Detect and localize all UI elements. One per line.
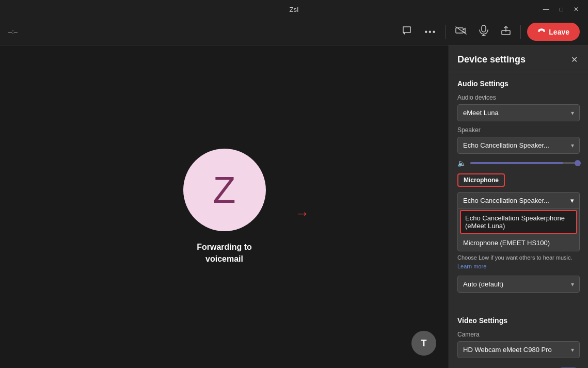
video-off-icon <box>455 26 467 38</box>
slider-thumb <box>575 160 581 166</box>
microphone-dropdown-header[interactable]: Echo Cancellation Speaker... ▾ <box>458 193 579 209</box>
speaker-dropdown[interactable]: Echo Cancellation Speaker... ▾ <box>457 137 580 154</box>
noise-value: Auto (default) <box>463 280 567 288</box>
panel-title: Device settings <box>457 54 526 65</box>
microphone-dropdown-container: Echo Cancellation Speaker... ▾ Echo Canc… <box>457 192 580 251</box>
call-status-line2: voicemail <box>205 254 243 263</box>
volume-icon: 🔈 <box>457 159 466 167</box>
microphone-dropdown-arrow-icon: ▾ <box>570 197 574 204</box>
titlebar-title: ZsI <box>289 6 298 13</box>
microphone-dropdown-list: Echo Cancellation Speakerphone (eMeet Lu… <box>458 209 579 251</box>
camera-value: HD Webcam eMeet C980 Pro <box>463 346 567 354</box>
more-icon: ••• <box>424 27 436 37</box>
titlebar: ZsI — □ ✕ <box>0 0 588 19</box>
microphone-option2[interactable]: Microphone (EMEET HS100) <box>458 235 579 251</box>
microphone-option1[interactable]: Echo Cancellation Speakerphone (eMeet Lu… <box>460 210 577 234</box>
leave-label: Leave <box>549 28 569 36</box>
maximize-button[interactable]: □ <box>557 5 566 14</box>
volume-row: 🔈 <box>457 159 580 167</box>
more-button[interactable]: ••• <box>421 24 439 40</box>
speaker-arrow-icon: ▾ <box>571 142 574 149</box>
leave-phone-icon <box>537 27 546 37</box>
microphone-option1-text: Echo Cancellation Speakerphone (eMeet Lu… <box>465 214 565 230</box>
noise-dropdown[interactable]: Auto (default) ▾ <box>457 276 580 293</box>
noise-arrow-icon: ▾ <box>571 281 574 288</box>
mic-icon <box>479 25 488 39</box>
share-button[interactable] <box>498 22 514 41</box>
avatar-container: Z Forwarding to voicemail <box>183 149 266 265</box>
camera-label: Camera <box>457 331 580 338</box>
close-button[interactable]: ✕ <box>570 5 582 14</box>
call-area: Z Forwarding to voicemail → T <box>0 45 449 368</box>
call-status-line1: Forwarding to <box>197 243 252 251</box>
speaker-label: Speaker <box>457 126 580 134</box>
microphone-tab[interactable]: Microphone <box>457 173 505 187</box>
chat-icon <box>402 25 412 38</box>
speaker-value: Echo Cancellation Speaker... <box>463 141 567 149</box>
microphone-tab-label: Microphone <box>464 177 499 184</box>
avatar-letter: Z <box>213 169 236 211</box>
call-timer: –:– <box>8 28 18 36</box>
video-toggle-button[interactable] <box>452 23 470 41</box>
avatar-circle: Z <box>183 149 266 231</box>
share-icon <box>501 25 511 38</box>
volume-slider[interactable] <box>470 162 580 164</box>
mic-button[interactable] <box>476 22 491 42</box>
audio-section: Audio Settings Audio devices eMeet Luna … <box>449 72 588 305</box>
learn-more-link[interactable]: Learn more <box>457 263 486 269</box>
minimize-button[interactable]: — <box>540 5 552 14</box>
microphone-option2-text: Microphone (EMEET HS100) <box>463 239 550 247</box>
svg-rect-0 <box>482 25 486 32</box>
noise-hint: Choose Low if you want others to hear mu… <box>457 253 580 270</box>
toolbar-right: ••• <box>399 22 580 42</box>
slider-fill <box>470 162 563 164</box>
audio-device-dropdown[interactable]: eMeet Luna ▾ <box>457 104 580 121</box>
toolbar-divider2 <box>520 25 521 39</box>
mirror-toggle-row: Mirror my video ⓘ <box>457 363 580 368</box>
mini-avatar: T <box>411 331 436 356</box>
mini-avatar-letter: T <box>421 338 427 349</box>
toolbar: –:– ••• <box>0 19 588 45</box>
leave-button[interactable]: Leave <box>527 23 580 41</box>
panel-header: Device settings ✕ <box>449 45 588 72</box>
arrow-indicator: → <box>295 205 309 222</box>
camera-dropdown[interactable]: HD Webcam eMeet C980 Pro ▾ <box>457 341 580 358</box>
video-section-title: Video Settings <box>457 316 580 325</box>
chat-button[interactable] <box>399 22 415 41</box>
panel-close-button[interactable]: ✕ <box>569 54 580 66</box>
audio-section-title: Audio Settings <box>457 79 580 88</box>
call-status: Forwarding to voicemail <box>197 242 252 265</box>
audio-device-value: eMeet Luna <box>463 109 567 117</box>
main-area: Z Forwarding to voicemail → T Device set… <box>0 45 588 368</box>
audio-devices-label: Audio devices <box>457 94 580 101</box>
video-section: Video Settings Camera HD Webcam eMeet C9… <box>449 309 588 368</box>
microphone-dropdown-header-text: Echo Cancellation Speaker... <box>463 197 549 204</box>
titlebar-controls: — □ ✕ <box>540 5 582 14</box>
noise-hint-text: Choose Low if you want others to hear mu… <box>457 254 573 261</box>
audio-device-arrow-icon: ▾ <box>571 109 574 117</box>
camera-arrow-icon: ▾ <box>571 346 574 354</box>
settings-panel: Device settings ✕ Audio Settings Audio d… <box>449 45 588 368</box>
toolbar-divider <box>446 25 446 39</box>
